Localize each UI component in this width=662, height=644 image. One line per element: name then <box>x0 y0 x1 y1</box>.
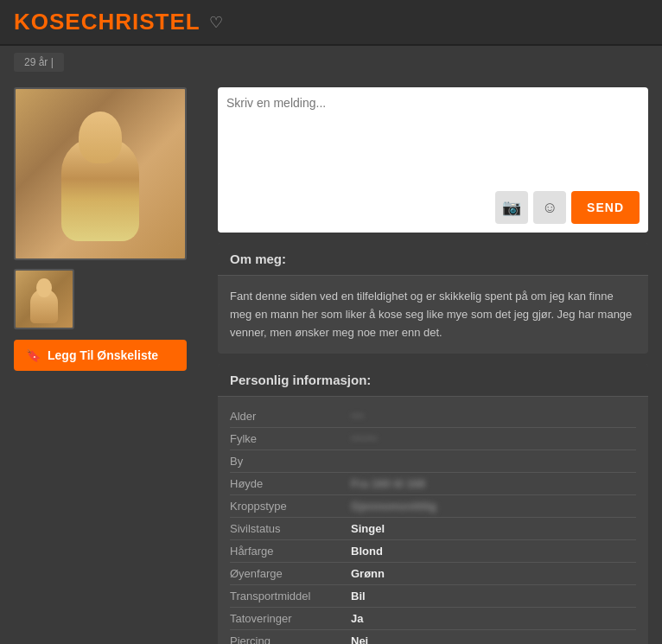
info-value: Bil <box>351 590 366 603</box>
left-column: 🔖 Legg Til Ønskeliste <box>14 87 204 644</box>
info-label: Tatoveringer <box>230 612 351 625</box>
info-label: Transportmiddel <box>230 590 351 603</box>
info-value: Fra 160 til 168 <box>351 477 425 490</box>
send-button[interactable]: SEND <box>571 191 640 224</box>
table-row: SivilstatusSingel <box>230 518 636 540</box>
info-label: Hårfarge <box>230 545 351 558</box>
info-value: ~~ <box>351 410 364 423</box>
table-row: HårfargeBlond <box>230 540 636 563</box>
table-row: KroppstypeGjennomsnittlig <box>230 495 636 518</box>
table-row: HøydeFra 160 til 168 <box>230 473 636 495</box>
personal-info-section: Personlig informasjon: Alder~~Fylke~~~~B… <box>218 364 648 644</box>
table-row: By <box>230 450 636 473</box>
about-header: Om meg: <box>218 243 648 276</box>
camera-icon: 📷 <box>502 198 521 217</box>
message-box-container: 📷 ☺ SEND <box>218 87 648 233</box>
info-value: Ja <box>351 612 363 625</box>
about-section: Om meg: Fant denne siden ved en tilfeldi… <box>218 243 648 354</box>
info-table: Alder~~Fylke~~~~ByHøydeFra 160 til 168Kr… <box>218 397 648 644</box>
info-value: Singel <box>351 522 385 535</box>
table-row: ØyenfargeGrønn <box>230 563 636 585</box>
info-value: Gjennomsnittlig <box>351 500 436 513</box>
heart-icon: ♡ <box>209 13 223 32</box>
right-column: 📷 ☺ SEND Om meg: Fant denne siden ved en… <box>218 87 648 644</box>
wishlist-label: Legg Til Ønskeliste <box>48 348 158 362</box>
info-label: By <box>230 455 351 468</box>
online-badge: 29 år | <box>14 53 64 72</box>
info-value: Nei <box>351 634 368 644</box>
main-content: 🔖 Legg Til Ønskeliste 📷 ☺ SEND Om meg: F… <box>0 79 662 644</box>
emoji-button[interactable]: ☺ <box>533 191 566 224</box>
info-label: Høyde <box>230 477 351 490</box>
message-input[interactable] <box>226 96 640 182</box>
profile-photo-main[interactable] <box>14 87 187 260</box>
about-body: Fant denne siden ved en tilfeldighet og … <box>218 276 648 354</box>
wishlist-icon: 🔖 <box>26 348 41 362</box>
table-row: TatoveringerJa <box>230 608 636 630</box>
header: KOSECHRISTEL ♡ <box>0 0 662 46</box>
site-title: KOSECHRISTEL <box>14 9 201 35</box>
table-row: PiercingNei <box>230 630 636 644</box>
info-label: Sivilstatus <box>230 522 351 535</box>
info-value: Blond <box>351 545 383 558</box>
table-row: TransportmiddelBil <box>230 585 636 608</box>
info-value: Grønn <box>351 567 385 580</box>
info-label: Fylke <box>230 432 351 445</box>
table-row: Fylke~~~~ <box>230 428 636 450</box>
info-label: Alder <box>230 410 351 423</box>
table-row: Alder~~ <box>230 405 636 428</box>
info-label: Kroppstype <box>230 500 351 513</box>
info-label: Piercing <box>230 634 351 644</box>
profile-photo-thumb[interactable] <box>14 269 74 329</box>
camera-button[interactable]: 📷 <box>495 191 528 224</box>
wishlist-button[interactable]: 🔖 Legg Til Ønskeliste <box>14 340 187 371</box>
info-value: ~~~~ <box>351 432 377 445</box>
message-actions: 📷 ☺ SEND <box>226 191 640 224</box>
emoji-icon: ☺ <box>542 199 557 217</box>
info-label: Øyenfarge <box>230 567 351 580</box>
personal-info-header: Personlig informasjon: <box>218 364 648 397</box>
